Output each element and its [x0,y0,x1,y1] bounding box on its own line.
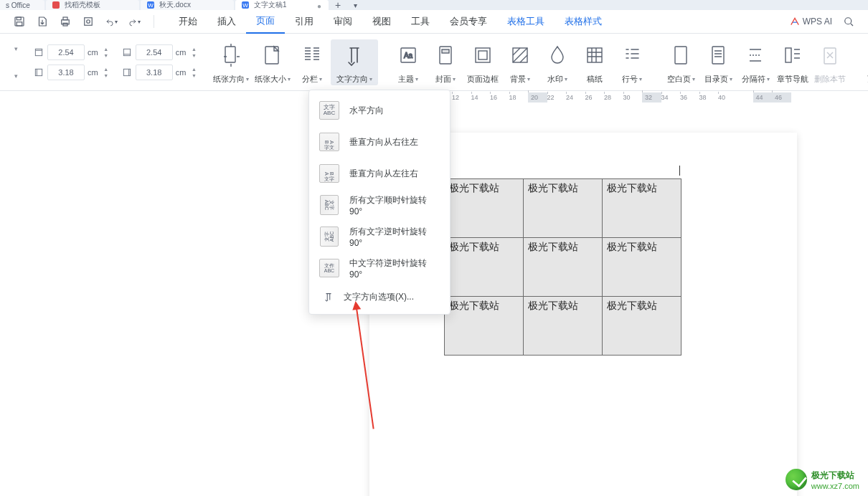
text-direction-horizontal[interactable]: 文字ABC水平方向 [309,95,450,126]
svg-point-7 [87,20,90,24]
separator-button[interactable]: 分隔符▾ [737,39,774,85]
svg-rect-11 [123,49,130,55]
preview-icon[interactable] [82,15,95,28]
gaozhi-button[interactable]: 稿纸 [576,39,613,85]
spinner[interactable]: ▲▼ [101,65,111,80]
menu-shenyue[interactable]: 审阅 [324,10,362,34]
text-direction-rotate-ccw[interactable]: 文字ABC所有文字逆时针旋转90° [309,221,450,252]
text-direction-cn-ccw[interactable]: 文作ABC中文字符逆时针旋转90° [309,252,450,284]
menu-charu[interactable]: 插入 [207,10,246,34]
chapter-nav-icon [777,39,808,71]
tab-menu-button[interactable]: ▾ [347,1,363,9]
menu-yinyong[interactable]: 引用 [285,10,324,34]
svg-rect-13 [35,69,42,75]
text-direction-vertical-ltr[interactable]: 文A字B垂直方向从左往右 [309,158,450,189]
separator-icon [740,39,771,71]
spinner[interactable]: ▲▼ [101,44,111,60]
undo-icon[interactable]: ▾ [105,15,118,28]
cover-button[interactable]: 封面▾ [427,39,464,85]
margin-bottom-input[interactable]: 2.54 [136,44,173,60]
spinner[interactable]: ▲▼ [189,44,199,60]
svg-rect-26 [588,48,602,62]
print-icon[interactable] [59,15,72,28]
table-cell[interactable]: 极光下载站 [445,297,524,356]
watermark-button[interactable]: 水印▾ [539,39,576,85]
table-cell[interactable]: 极光下载站 [524,238,603,297]
margin-left-icon [33,67,44,78]
columns-button[interactable]: 分栏▾ [293,39,331,85]
table-cell[interactable]: 极光下载站 [603,297,681,356]
svg-rect-9 [35,49,42,55]
add-tab-button[interactable]: + [330,0,346,10]
table-cell[interactable]: 极光下载站 [524,297,603,356]
save-icon[interactable] [13,15,26,28]
search-icon[interactable] [842,15,855,28]
paper-size-button[interactable]: 纸张大小▾ [252,39,293,85]
tab-label: 文字文稿1 [254,0,287,10]
page-border-button[interactable]: 页面边框 [464,39,501,85]
menu-shitu[interactable]: 视图 [362,10,401,34]
margin-right-input[interactable]: 3.18 [136,65,173,80]
unit-label: cm [176,48,187,57]
svg-rect-6 [85,18,93,26]
vertical-rtl-icon: 文A字B [319,133,339,151]
text-direction-icon [339,39,370,71]
text-cursor [679,166,680,176]
table-cell[interactable]: 极光下载站 [445,179,524,238]
word-icon: W [241,1,250,9]
theme-button[interactable]: Aa主题▾ [390,39,427,85]
line-number-button[interactable]: 行号▾ [613,39,651,85]
margin-left-input[interactable]: 3.18 [47,65,85,80]
tab-office[interactable]: s Office [0,0,44,10]
table-row: 极光下载站极光下载站极光下载站 [445,179,681,238]
gaozhi-icon [579,39,610,71]
theme-icon: Aa [392,39,424,71]
menu-biaogeyangshi[interactable]: 表格样式 [555,10,612,34]
table-cell[interactable]: 极光下载站 [445,238,524,297]
page-border-icon [467,39,499,71]
menu-yemian[interactable]: 页面 [246,10,285,34]
menu-gongju[interactable]: 工具 [401,10,440,34]
svg-rect-30 [824,48,836,64]
text-direction-rotate-cw[interactable]: 文字ABC所有文字顺时针旋转90° [309,189,450,221]
text-direction-button[interactable]: 文字方向▾ [331,39,378,85]
document-table[interactable]: 极光下载站极光下载站极光下载站 极光下载站极光下载站极光下载站 极光下载站极光下… [444,178,681,356]
columns-icon [296,39,328,71]
export-icon[interactable] [36,15,49,28]
site-watermark: 极光下载站 www.xz7.com [786,469,859,490]
watermark-url: www.xz7.com [811,482,859,490]
wps-ai-label: WPS AI [803,16,832,27]
blank-page-button[interactable]: 空白页▾ [662,39,699,85]
vertical-ltr-icon: 文A字B [319,164,339,183]
chapter-nav-button[interactable]: 章节导航 [774,39,811,85]
paper-orientation-button[interactable]: 纸张方向▾ [210,39,252,85]
wps-ai-button[interactable]: WPS AI [790,16,832,27]
tab-qiutian[interactable]: W秋天.docx [141,0,234,10]
redo-icon[interactable]: ▾ [128,15,141,28]
text-direction-menu: 文字ABC水平方向 文A字B垂直方向从右往左 文A字B垂直方向从左往右 文字AB… [308,90,450,315]
delete-section-button[interactable]: 删除本节 [811,39,849,85]
spinner[interactable]: ▲▼ [189,65,199,80]
header-footer-button[interactable]: 页眉页 [860,39,868,85]
menu-huiyuan[interactable]: 会员专享 [440,10,497,34]
text-direction-vertical-rtl[interactable]: 文A字B垂直方向从右往左 [309,126,450,158]
toc-page-button[interactable]: 目录页▾ [699,39,737,85]
tab-wenzi[interactable]: W文字文稿1● [235,0,329,10]
svg-text:Aa: Aa [404,52,413,59]
tab-close-icon[interactable]: ● [317,2,323,8]
background-button[interactable]: 背景▾ [501,39,539,85]
paper-orientation-icon [215,39,247,71]
margin-right-icon [121,67,133,78]
menu-kaishi[interactable]: 开始 [169,10,207,34]
svg-rect-4 [63,17,67,20]
table-cell[interactable]: 极光下载站 [603,238,681,297]
horizontal-direction-icon: 文字ABC [319,101,339,120]
menu-biaogegongju[interactable]: 表格工具 [497,10,555,34]
text-direction-more-options[interactable]: 文字方向选项(X)... [309,284,450,310]
table-cell[interactable]: 极光下载站 [603,179,681,238]
tab-daoke[interactable]: 找稻壳模板 [46,0,139,10]
table-cell[interactable]: 极光下载站 [524,179,603,238]
margin-top-input[interactable]: 2.54 [47,44,85,60]
toc-page-icon [702,39,734,71]
svg-rect-24 [478,51,487,59]
